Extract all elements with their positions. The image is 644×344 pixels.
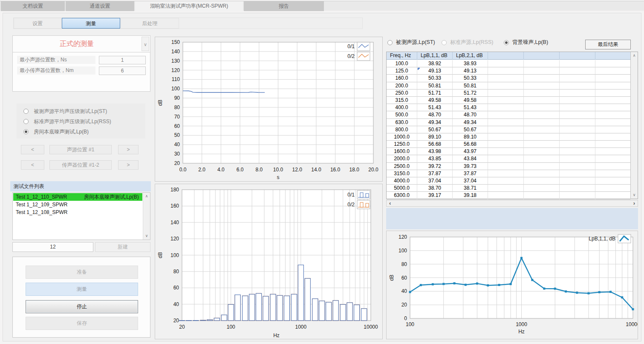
table-cell[interactable] — [524, 97, 560, 104]
table-cell[interactable] — [488, 126, 524, 133]
source-pos-button[interactable]: 声源位置 #1 — [49, 145, 112, 154]
table-cell[interactable] — [595, 133, 631, 141]
table-cell[interactable]: 38.92 — [417, 60, 453, 67]
table-cell[interactable] — [595, 148, 631, 155]
table-cell[interactable]: 39.18 — [453, 192, 488, 199]
table-cell[interactable] — [595, 170, 631, 177]
scroll-down-icon[interactable]: ∨ — [631, 192, 638, 198]
new-file-button[interactable]: 新建 — [95, 242, 150, 252]
table-cell[interactable] — [595, 141, 631, 148]
table-cell[interactable] — [524, 155, 560, 162]
table-cell[interactable]: 38.71 — [453, 185, 488, 192]
list-item[interactable]: Test 1_12_109_SPWR — [13, 201, 142, 208]
table-cell[interactable] — [560, 60, 595, 67]
table-cell[interactable] — [488, 155, 524, 162]
table-cell[interactable] — [595, 104, 631, 111]
table-cell[interactable]: 51.72 — [453, 90, 488, 97]
table-cell[interactable] — [524, 60, 560, 67]
table-row[interactable]: 100.038.9238.93 — [387, 60, 631, 67]
table-cell[interactable] — [488, 82, 524, 90]
table-cell[interactable] — [560, 170, 595, 177]
result-radio-lp-b[interactable]: 背景噪声,Lp(B) — [504, 39, 548, 47]
radio-icon[interactable] — [23, 109, 29, 114]
radio-icon[interactable] — [23, 119, 29, 124]
table-row[interactable]: 630.049.3449.34 — [387, 119, 631, 126]
table-hscrollbar[interactable]: ‹ › — [386, 200, 638, 207]
table-cell[interactable] — [524, 67, 560, 75]
table-cell[interactable] — [595, 60, 631, 67]
table-cell[interactable] — [560, 155, 595, 162]
table-cell[interactable] — [560, 141, 595, 148]
table-cell[interactable] — [595, 185, 631, 192]
scroll-right-icon[interactable]: › — [633, 200, 635, 206]
table-cell[interactable]: 630.0 — [387, 119, 417, 126]
table-cell[interactable]: 1250.0 — [387, 141, 417, 148]
mic-pos-prev-button[interactable]: < — [21, 160, 44, 170]
table-cell[interactable]: 2000.0 — [387, 155, 417, 162]
list-item[interactable]: Test 1_12_108_SPWR — [13, 208, 142, 216]
table-cell[interactable] — [595, 111, 631, 119]
scroll-up-icon[interactable]: ∧ — [631, 52, 638, 59]
measure-button[interactable]: 测量 — [26, 283, 138, 296]
table-cell[interactable]: 38.70 — [417, 185, 453, 192]
table-cell[interactable]: 4000.0 — [387, 177, 417, 185]
table-row[interactable]: 500.048.7048.70 — [387, 111, 631, 119]
table-cell[interactable] — [488, 104, 524, 111]
table-cell[interactable] — [595, 155, 631, 162]
table-row[interactable]: 1600.043.9843.97 — [387, 148, 631, 155]
table-cell[interactable] — [488, 119, 524, 126]
nm-value-field[interactable]: 6 — [99, 66, 146, 75]
table-cell[interactable]: 51.71 — [417, 90, 453, 97]
table-cell[interactable]: 37.04 — [417, 177, 453, 185]
table-cell[interactable] — [560, 75, 595, 82]
table-cell[interactable] — [524, 90, 560, 97]
chevron-down-icon[interactable]: ∨ — [142, 37, 149, 51]
table-cell[interactable]: 51.43 — [417, 104, 453, 111]
tab-mcr-spwr[interactable]: 混响室法测试声功率(MCR-SPWR) — [135, 1, 243, 11]
table-cell[interactable]: 3150.0 — [387, 170, 417, 177]
table-cell[interactable] — [560, 104, 595, 111]
table-cell[interactable] — [524, 177, 560, 185]
table-cell[interactable] — [560, 82, 595, 90]
table-cell[interactable]: 49.34 — [417, 119, 453, 126]
radio-icon[interactable] — [442, 40, 447, 45]
table-cell[interactable] — [560, 111, 595, 119]
stop-button[interactable]: 停止 — [26, 300, 138, 313]
table-row[interactable]: 315.049.5849.58 — [387, 97, 631, 104]
table-row[interactable]: 2000.043.8543.84 — [387, 155, 631, 162]
measurement-mode-dropdown[interactable]: 正式的测量 ∨ — [12, 35, 150, 52]
table-cell[interactable]: 89.10 — [417, 133, 453, 141]
table-row[interactable]: 400.051.4351.43 — [387, 104, 631, 111]
table-row[interactable]: 4000.037.0437.04 — [387, 177, 631, 185]
table-cell[interactable] — [488, 97, 524, 104]
table-cell[interactable] — [524, 185, 560, 192]
scroll-up-icon[interactable]: ∧ — [143, 193, 150, 199]
table-cell[interactable] — [524, 111, 560, 119]
table-cell[interactable] — [488, 163, 524, 170]
table-cell[interactable] — [524, 163, 560, 170]
mic-pos-next-button[interactable]: > — [118, 160, 139, 170]
table-cell[interactable]: 1000.0 — [387, 133, 417, 141]
list-item[interactable]: Test 1_12_110_SPWR房间本底噪声测试,Lp(B) — [13, 193, 142, 201]
table-cell[interactable]: 100.0 — [387, 60, 417, 67]
table-row[interactable]: 2500.039.7239.73 — [387, 163, 631, 170]
table-cell[interactable] — [488, 111, 524, 119]
table-cell[interactable] — [524, 104, 560, 111]
table-cell[interactable]: 43.85 — [417, 155, 453, 162]
table-cell[interactable] — [560, 90, 595, 97]
table-row[interactable]: 200.050.8150.81 — [387, 82, 631, 90]
table-cell[interactable] — [595, 177, 631, 185]
table-cell[interactable] — [595, 75, 631, 82]
table-cell[interactable] — [560, 126, 595, 133]
table-cell[interactable] — [595, 82, 631, 90]
last-result-button[interactable]: 最后结果 — [585, 40, 631, 49]
table-cell[interactable]: 400.0 — [387, 104, 417, 111]
test-file-list[interactable]: Test 1_12_110_SPWR房间本底噪声测试,Lp(B)Test 1_1… — [12, 192, 150, 240]
table-cell[interactable]: 125.0 — [387, 67, 417, 75]
radio-icon[interactable] — [504, 40, 509, 45]
table-cell[interactable] — [524, 75, 560, 82]
table-cell[interactable] — [595, 90, 631, 97]
radio-lp-st[interactable]: 被测声源平均声压级测试,Lp(ST) — [23, 108, 107, 114]
file-count-button[interactable]: 12 — [12, 242, 93, 252]
table-cell[interactable]: 50.81 — [417, 82, 453, 90]
